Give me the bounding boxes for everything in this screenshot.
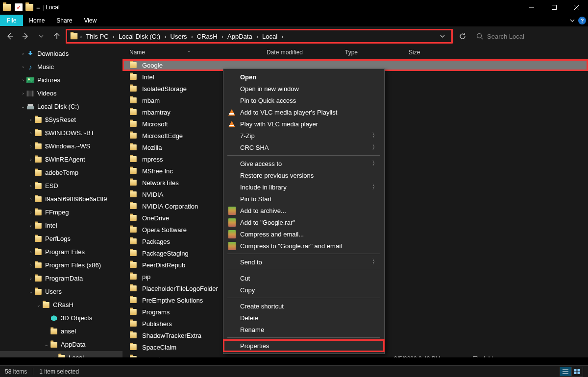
- tree-item[interactable]: ›f9aa5f698f96be6af3f9: [0, 192, 122, 206]
- quickaccess-icon[interactable]: [15, 3, 23, 11]
- expand-icon[interactable]: ›: [27, 197, 34, 202]
- context-menu-item[interactable]: Send to〉: [223, 256, 384, 268]
- breadcrumb-segment[interactable]: Users: [169, 33, 189, 40]
- expand-icon[interactable]: ⌄: [43, 342, 50, 347]
- context-menu-item[interactable]: CRC SHA〉: [223, 141, 384, 153]
- context-menu-item[interactable]: Properties: [223, 340, 384, 352]
- navigation-tree[interactable]: ›Downloads›♪Music›Pictures›Videos⌄Local …: [0, 46, 122, 357]
- expand-icon[interactable]: ›: [27, 184, 34, 188]
- back-button[interactable]: [3, 29, 17, 43]
- up-button[interactable]: [50, 29, 64, 43]
- breadcrumb-segment[interactable]: Local: [260, 33, 279, 40]
- tree-item[interactable]: ›$Windows.~WS: [0, 140, 122, 153]
- context-menu-item[interactable]: Pin to Start: [223, 193, 384, 205]
- column-date[interactable]: Date modified: [267, 49, 345, 56]
- tree-item[interactable]: ›Pictures: [0, 73, 122, 87]
- expand-icon[interactable]: ›: [20, 91, 26, 96]
- context-menu-item[interactable]: Compress to "Google.rar" and email: [223, 240, 384, 252]
- context-menu-item[interactable]: Open: [223, 71, 384, 83]
- chevron-right-icon[interactable]: ›: [162, 33, 168, 40]
- tree-item[interactable]: ›FFmpeg: [0, 206, 122, 219]
- tree-item[interactable]: ⌄AppData: [0, 338, 122, 351]
- search-input[interactable]: Search Local: [472, 29, 585, 44]
- chevron-right-icon[interactable]: ›: [189, 33, 195, 40]
- context-menu-item[interactable]: Restore previous versions: [223, 169, 384, 181]
- context-menu-item[interactable]: Rename: [223, 324, 384, 335]
- tree-item[interactable]: ›ESD: [0, 179, 122, 192]
- chevron-right-icon[interactable]: ›: [279, 33, 285, 40]
- tree-item[interactable]: ›$SysReset: [0, 113, 122, 126]
- column-name[interactable]: Name: [129, 49, 145, 56]
- chevron-right-icon[interactable]: ›: [78, 33, 84, 40]
- context-menu-item[interactable]: Add to "Google.rar": [223, 216, 384, 228]
- minimize-button[interactable]: [520, 0, 543, 15]
- home-tab[interactable]: Home: [23, 15, 50, 26]
- context-menu-item[interactable]: Pin to Quick access: [223, 94, 384, 106]
- context-menu-item[interactable]: Create shortcut: [223, 300, 384, 312]
- file-tab[interactable]: File: [0, 15, 23, 26]
- context-menu-item[interactable]: Open in new window: [223, 83, 384, 94]
- context-menu-item[interactable]: Cut: [223, 272, 384, 284]
- view-tab[interactable]: View: [78, 15, 102, 26]
- expand-icon[interactable]: ›: [27, 157, 34, 162]
- ribbon-collapse-icon[interactable]: [569, 18, 575, 24]
- tree-item[interactable]: ›Program Files (x86): [0, 259, 122, 272]
- view-details-button[interactable]: [560, 367, 571, 377]
- context-menu-item[interactable]: Add to archive...: [223, 205, 384, 216]
- help-icon[interactable]: ?: [578, 17, 586, 24]
- expand-icon[interactable]: ›: [20, 51, 26, 56]
- tree-item[interactable]: ⌄Local Disk (C:): [0, 100, 122, 113]
- close-button[interactable]: [565, 0, 588, 15]
- tree-item[interactable]: adobeTemp: [0, 166, 122, 179]
- view-icons-button[interactable]: [571, 367, 583, 377]
- tree-item[interactable]: ›ProgramData: [0, 272, 122, 285]
- tree-item[interactable]: ›$WINDOWS.~BT: [0, 126, 122, 140]
- context-menu-item[interactable]: Play with VLC media player: [223, 118, 384, 130]
- tree-item[interactable]: ansel: [0, 325, 122, 338]
- expand-icon[interactable]: ›: [20, 65, 26, 70]
- breadcrumb-segment[interactable]: AppData: [225, 33, 254, 40]
- expand-icon[interactable]: ›: [27, 250, 34, 255]
- tree-item[interactable]: ⌄Users: [0, 285, 122, 298]
- breadcrumb-segment[interactable]: CRasH: [195, 33, 220, 40]
- context-menu-item[interactable]: Add to VLC media player's Playlist: [223, 106, 384, 118]
- chevron-right-icon[interactable]: ›: [111, 33, 117, 40]
- tree-item[interactable]: ›$WinREAgent: [0, 153, 122, 166]
- tree-item[interactable]: ›Intel: [0, 219, 122, 232]
- expand-icon[interactable]: ›: [27, 131, 34, 136]
- tree-item[interactable]: PerfLogs: [0, 232, 122, 245]
- context-menu-item[interactable]: Copy: [223, 284, 384, 296]
- context-menu-item[interactable]: 7-Zip〉: [223, 130, 384, 141]
- breadcrumb-segment[interactable]: This PC: [84, 33, 110, 40]
- expand-icon[interactable]: ›: [27, 210, 34, 215]
- expand-icon[interactable]: ›: [51, 355, 58, 358]
- recent-locations-icon[interactable]: [34, 29, 48, 43]
- maximize-button[interactable]: [543, 0, 565, 15]
- tree-item[interactable]: 3D Objects: [0, 311, 122, 325]
- context-menu-item[interactable]: Delete: [223, 312, 384, 324]
- address-dropdown-icon[interactable]: [437, 33, 448, 39]
- context-menu-item[interactable]: Include in library〉: [223, 181, 384, 193]
- share-tab[interactable]: Share: [50, 15, 78, 26]
- refresh-button[interactable]: [455, 29, 470, 44]
- expand-icon[interactable]: ⌄: [20, 104, 26, 109]
- expand-icon[interactable]: ›: [27, 263, 34, 268]
- forward-button[interactable]: [19, 29, 32, 43]
- expand-icon[interactable]: ⌄: [27, 289, 34, 294]
- context-menu-item[interactable]: Give access to〉: [223, 158, 384, 169]
- expand-icon[interactable]: ›: [27, 144, 34, 149]
- address-bar[interactable]: › This PC›Local Disk (C:)›Users›CRasH›Ap…: [66, 29, 453, 44]
- chevron-right-icon[interactable]: ›: [254, 33, 260, 40]
- context-menu-item[interactable]: Compress and email...: [223, 228, 384, 240]
- tree-item[interactable]: ›Local: [0, 351, 122, 357]
- expand-icon[interactable]: ›: [27, 276, 34, 281]
- column-headers[interactable]: Name⌃ Date modified Type Size: [122, 46, 588, 59]
- expand-icon[interactable]: ›: [27, 118, 34, 122]
- expand-icon[interactable]: ⌄: [35, 303, 42, 307]
- tree-item[interactable]: ›Program Files: [0, 245, 122, 259]
- expand-icon[interactable]: ›: [27, 223, 34, 228]
- column-type[interactable]: Type: [345, 49, 409, 56]
- tree-item[interactable]: ›Downloads: [0, 47, 122, 60]
- tree-item[interactable]: ›♪Music: [0, 60, 122, 73]
- chevron-right-icon[interactable]: ›: [220, 33, 225, 40]
